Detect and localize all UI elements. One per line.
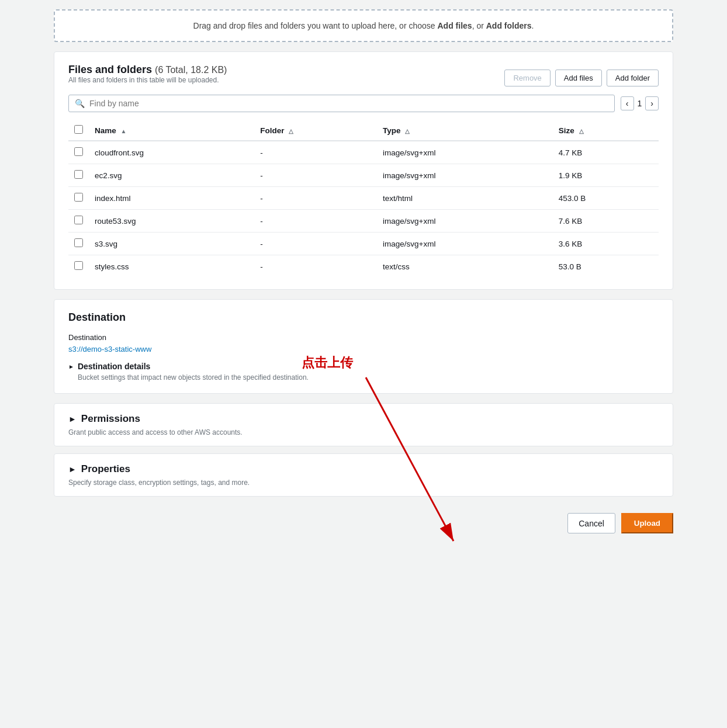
- remove-button[interactable]: Remove: [504, 70, 550, 86]
- files-table: Name ▲ Folder △ Type △ Size △: [68, 120, 659, 278]
- files-count: (6 Total, 18.2 KB): [155, 65, 227, 75]
- table-row: s3.svg - image/svg+xml 3.6 KB: [68, 233, 659, 255]
- destination-section: Destination Destination s3://demo-s3-sta…: [54, 299, 673, 394]
- permissions-chevron-icon: ►: [68, 414, 77, 424]
- row-size: 53.0 B: [553, 255, 659, 278]
- row-name: ec2.svg: [89, 164, 254, 187]
- add-files-button[interactable]: Add files: [555, 70, 602, 86]
- destination-link[interactable]: s3://demo-s3-static-www: [68, 345, 151, 353]
- destination-details-toggle[interactable]: ► Destination details: [68, 362, 659, 371]
- row-type: image/svg+xml: [377, 141, 553, 164]
- row-type: image/svg+xml: [377, 210, 553, 233]
- row-checkbox[interactable]: [74, 170, 83, 179]
- chevron-right-icon: ►: [68, 363, 74, 370]
- cancel-button[interactable]: Cancel: [567, 513, 615, 533]
- row-name: index.html: [89, 187, 254, 210]
- properties-subtitle: Specify storage class, encryption settin…: [68, 479, 659, 487]
- row-name: s3.svg: [89, 233, 254, 255]
- permissions-toggle[interactable]: ► Permissions: [68, 413, 659, 425]
- drop-zone-text: Drag and drop files and folders you want…: [193, 21, 438, 30]
- row-checkbox[interactable]: [74, 238, 83, 247]
- name-sort-icon: ▲: [121, 128, 127, 134]
- pagination-number: 1: [638, 99, 642, 108]
- properties-section: ► Properties Specify storage class, encr…: [54, 453, 673, 497]
- permissions-title: Permissions: [81, 413, 140, 425]
- destination-details-label: Destination details: [78, 362, 150, 371]
- col-type[interactable]: Type △: [377, 120, 553, 141]
- row-folder: -: [254, 187, 377, 210]
- search-icon: 🔍: [75, 99, 85, 108]
- row-folder: -: [254, 255, 377, 278]
- drop-zone-add-files: Add files: [438, 21, 472, 30]
- row-checkbox[interactable]: [74, 147, 83, 156]
- col-size[interactable]: Size △: [553, 120, 659, 141]
- table-row: ec2.svg - image/svg+xml 1.9 KB: [68, 164, 659, 187]
- select-all-checkbox[interactable]: [74, 125, 83, 134]
- row-type: text/html: [377, 187, 553, 210]
- row-name: route53.svg: [89, 210, 254, 233]
- drop-zone-add-folders: Add folders: [486, 21, 532, 30]
- row-folder: -: [254, 141, 377, 164]
- row-type: image/svg+xml: [377, 233, 553, 255]
- destination-details-desc: Bucket settings that impact new objects …: [78, 373, 659, 382]
- destination-label: Destination: [68, 333, 659, 342]
- row-name: styles.css: [89, 255, 254, 278]
- drop-zone-or: , or: [472, 21, 486, 30]
- properties-toggle[interactable]: ► Properties: [68, 463, 659, 475]
- destination-title: Destination: [68, 311, 659, 324]
- permissions-subtitle: Grant public access and access to other …: [68, 428, 659, 436]
- row-checkbox[interactable]: [74, 261, 83, 270]
- properties-title: Properties: [81, 463, 130, 475]
- search-bar[interactable]: 🔍: [68, 95, 615, 112]
- folder-sort-icon: △: [289, 128, 293, 134]
- row-size: 3.6 KB: [553, 233, 659, 255]
- row-name: cloudfront.svg: [89, 141, 254, 164]
- upload-button[interactable]: Upload: [621, 513, 673, 533]
- table-row: route53.svg - image/svg+xml 7.6 KB: [68, 210, 659, 233]
- table-row: styles.css - text/css 53.0 B: [68, 255, 659, 278]
- files-title: Files and folders: [68, 64, 152, 75]
- search-input[interactable]: [89, 99, 608, 108]
- drop-zone-period: .: [532, 21, 534, 30]
- files-section: Files and folders (6 Total, 18.2 KB) All…: [54, 51, 673, 290]
- row-folder: -: [254, 210, 377, 233]
- pagination-prev[interactable]: ‹: [621, 96, 634, 110]
- row-checkbox[interactable]: [74, 216, 83, 224]
- table-row: index.html - text/html 453.0 B: [68, 187, 659, 210]
- action-bar: Cancel Upload: [54, 504, 673, 533]
- pagination-next[interactable]: ›: [645, 96, 659, 110]
- add-folder-button[interactable]: Add folder: [607, 70, 659, 86]
- type-sort-icon: △: [405, 128, 410, 134]
- drop-zone[interactable]: Drag and drop files and folders you want…: [54, 9, 673, 42]
- row-folder: -: [254, 164, 377, 187]
- size-sort-icon: △: [579, 128, 584, 134]
- row-type: image/svg+xml: [377, 164, 553, 187]
- files-subtitle: All files and folders in this table will…: [68, 76, 227, 84]
- row-folder: -: [254, 233, 377, 255]
- col-folder[interactable]: Folder △: [254, 120, 377, 141]
- row-size: 4.7 KB: [553, 141, 659, 164]
- row-type: text/css: [377, 255, 553, 278]
- row-checkbox[interactable]: [74, 193, 83, 202]
- row-size: 7.6 KB: [553, 210, 659, 233]
- col-name[interactable]: Name ▲: [89, 120, 254, 141]
- properties-chevron-icon: ►: [68, 464, 77, 474]
- table-row: cloudfront.svg - image/svg+xml 4.7 KB: [68, 141, 659, 164]
- permissions-section: ► Permissions Grant public access and ac…: [54, 403, 673, 446]
- row-size: 453.0 B: [553, 187, 659, 210]
- row-size: 1.9 KB: [553, 164, 659, 187]
